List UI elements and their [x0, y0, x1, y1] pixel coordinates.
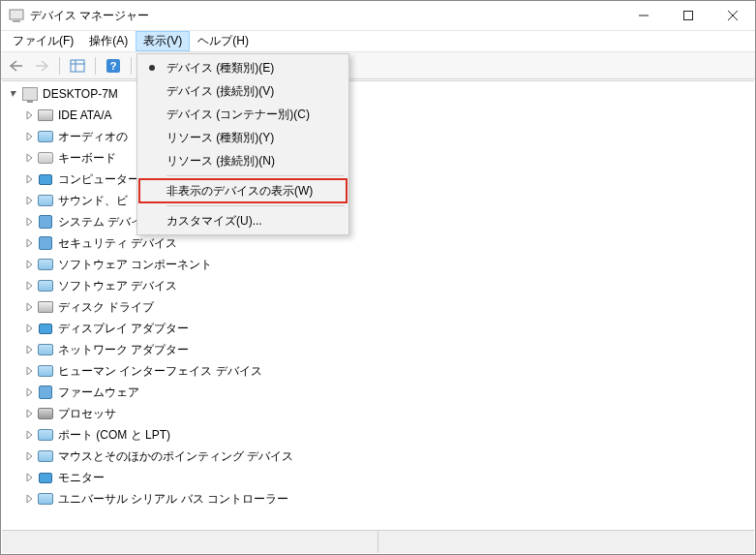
dropdown-resources-by-type[interactable]: リソース (種類別)(Y) — [139, 126, 347, 149]
expand-icon[interactable] — [21, 324, 37, 333]
tree-item[interactable]: サウンド、ビ — [2, 190, 754, 211]
dropdown-resources-by-connection[interactable]: リソース (接続別)(N) — [139, 149, 347, 172]
expand-icon[interactable] — [21, 260, 37, 269]
tree-item-label: マウスとそのほかのポインティング デバイス — [58, 448, 293, 465]
toolbar-separator — [95, 57, 96, 75]
tree-item-label: オーディオの — [58, 129, 128, 145]
tree-item[interactable]: IDE ATA/A — [2, 105, 754, 126]
app-icon — [9, 8, 24, 23]
tree-item[interactable]: ユニバーサル シリアル バス コントローラー — [2, 488, 754, 509]
device-icon — [37, 257, 54, 272]
menu-view[interactable]: 表示(V) — [136, 31, 190, 51]
expand-icon[interactable] — [21, 238, 37, 248]
dropdown-separator — [166, 205, 345, 206]
tree-item-label: コンピューター — [58, 171, 139, 188]
expand-icon[interactable] — [21, 409, 37, 418]
tree-item-label: ポート (COM と LPT) — [58, 427, 170, 444]
bullet-icon — [149, 65, 155, 71]
dropdown-devices-by-connection[interactable]: デバイス (接続別)(V) — [139, 79, 347, 103]
tree-item-label: ユニバーサル シリアル バス コントローラー — [58, 491, 288, 508]
dropdown-item-label: リソース (接続別)(N) — [166, 153, 275, 170]
titlebar: デバイス マネージャー — [1, 1, 755, 31]
tree-item[interactable]: セキュリティ デバイス — [2, 232, 754, 254]
device-tree[interactable]: DESKTOP-7M IDE ATA/A オーディオの キーボード コンピュータ… — [2, 81, 754, 511]
dropdown-customize[interactable]: カスタマイズ(U)... — [139, 209, 347, 232]
dropdown-devices-by-container[interactable]: デバイス (コンテナー別)(C) — [139, 103, 347, 126]
maximize-button[interactable] — [666, 1, 711, 31]
dropdown-item-label: 非表示のデバイスの表示(W) — [166, 183, 313, 200]
expand-icon[interactable] — [21, 196, 37, 205]
menubar: ファイル(F) 操作(A) 表示(V) ヘルプ(H) — [1, 31, 755, 52]
expand-icon[interactable] — [21, 302, 37, 312]
tree-item[interactable]: キーボード — [2, 147, 754, 169]
expand-icon[interactable] — [21, 174, 37, 184]
menu-file[interactable]: ファイル(F) — [5, 31, 81, 51]
tree-item-label: ソフトウェア デバイス — [58, 278, 177, 294]
svg-rect-1 — [13, 20, 20, 22]
tree-item[interactable]: オーディオの — [2, 126, 754, 147]
expand-icon[interactable] — [21, 473, 37, 482]
tree-item[interactable]: ファームウェア — [2, 382, 754, 403]
minimize-button[interactable] — [621, 1, 666, 31]
expand-icon[interactable] — [21, 281, 37, 291]
collapse-icon[interactable] — [6, 89, 21, 99]
svg-text:?: ? — [110, 60, 117, 72]
status-cell — [378, 531, 754, 553]
tree-item[interactable]: コンピューター — [2, 169, 754, 190]
expand-icon[interactable] — [21, 387, 37, 397]
device-icon — [37, 299, 54, 315]
tree-item-label: ディスク ドライブ — [58, 299, 154, 316]
close-button[interactable] — [711, 1, 755, 31]
menu-help[interactable]: ヘルプ(H) — [190, 31, 257, 51]
help-button[interactable]: ? — [102, 55, 125, 77]
tree-root-label: DESKTOP-7M — [43, 87, 118, 101]
tree-item-label: キーボード — [58, 150, 116, 167]
device-icon — [37, 214, 54, 230]
tree-item[interactable]: モニター — [2, 467, 754, 488]
tree-item[interactable]: ソフトウェア デバイス — [2, 275, 754, 296]
window-title: デバイス マネージャー — [30, 8, 621, 24]
tree-root[interactable]: DESKTOP-7M — [2, 83, 754, 105]
dropdown-show-hidden[interactable]: 非表示のデバイスの表示(W) — [139, 179, 347, 202]
dropdown-item-label: デバイス (種類別)(E) — [166, 60, 274, 77]
tree-item-label: セキュリティ デバイス — [58, 235, 177, 252]
tree-item[interactable]: ディスプレイ アダプター — [2, 318, 754, 339]
device-tree-panel: DESKTOP-7M IDE ATA/A オーディオの キーボード コンピュータ… — [2, 80, 754, 527]
tree-item[interactable]: プロセッサ — [2, 403, 754, 424]
device-icon — [37, 427, 54, 443]
dropdown-devices-by-type[interactable]: デバイス (種類別)(E) — [139, 56, 347, 79]
forward-button[interactable] — [30, 55, 53, 77]
tree-item[interactable]: マウスとそのほかのポインティング デバイス — [2, 446, 754, 467]
tree-item[interactable]: ネットワーク アダプター — [2, 339, 754, 360]
device-icon — [37, 150, 54, 166]
back-button[interactable] — [5, 55, 28, 77]
svg-rect-3 — [684, 12, 693, 20]
expand-icon[interactable] — [21, 366, 37, 376]
menu-action[interactable]: 操作(A) — [81, 31, 136, 51]
tree-item-label: IDE ATA/A — [58, 108, 112, 122]
expand-icon[interactable] — [21, 451, 37, 461]
toolbar: ? — [1, 52, 755, 79]
toolbar-separator — [59, 57, 60, 75]
computer-icon — [21, 86, 39, 102]
expand-icon[interactable] — [21, 430, 37, 440]
expand-icon[interactable] — [21, 110, 37, 120]
device-icon — [37, 129, 54, 144]
expand-icon[interactable] — [21, 132, 37, 141]
tree-item[interactable]: ディスク ドライブ — [2, 296, 754, 318]
expand-icon[interactable] — [21, 494, 37, 504]
device-icon — [37, 321, 54, 336]
svg-rect-0 — [10, 10, 23, 19]
expand-icon[interactable] — [21, 345, 37, 355]
tree-item-label: モニター — [58, 470, 105, 486]
expand-icon[interactable] — [21, 217, 37, 227]
show-hide-console-tree-button[interactable] — [66, 55, 89, 77]
tree-item[interactable]: ソフトウェア コンポーネント — [2, 254, 754, 275]
tree-item[interactable]: ポート (COM と LPT) — [2, 424, 754, 446]
device-icon — [37, 406, 54, 421]
tree-item[interactable]: ヒューマン インターフェイス デバイス — [2, 360, 754, 382]
expand-icon[interactable] — [21, 153, 37, 163]
device-icon — [37, 342, 54, 357]
tree-item[interactable]: システム デバイス — [2, 211, 754, 232]
tree-item-label: ヒューマン インターフェイス デバイス — [58, 363, 262, 380]
